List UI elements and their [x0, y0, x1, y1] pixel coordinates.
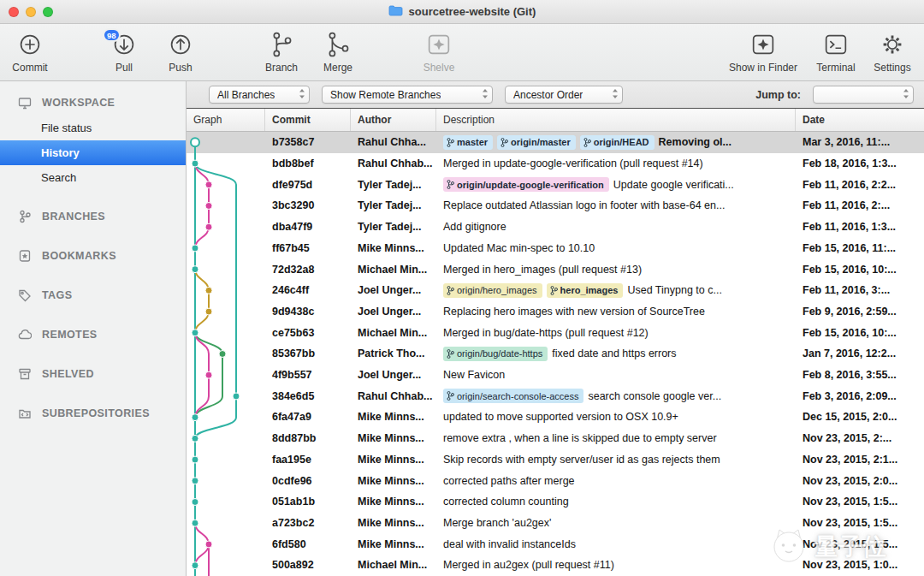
commit-label: Commit: [12, 62, 47, 74]
merge-icon: [323, 28, 352, 61]
shelve-icon: [424, 28, 453, 61]
merge-button[interactable]: Merge: [313, 28, 363, 74]
column-header-commit[interactable]: Commit: [265, 109, 351, 131]
close-button[interactable]: [9, 7, 19, 17]
file-status-label: File status: [41, 122, 92, 134]
branch-badge: hero_images: [547, 283, 624, 298]
sidebar-section-bookmarks[interactable]: BOOKMARKS: [0, 243, 186, 269]
column-header-date[interactable]: Date: [796, 109, 924, 131]
commit-row[interactable]: 051ab1bMike Minns...corrected column cou…: [187, 491, 924, 513]
graph-cell: [187, 132, 265, 153]
settings-button[interactable]: Settings: [868, 28, 917, 74]
commit-hash: 500a892: [265, 559, 351, 571]
branch-filter-dropdown[interactable]: All Branches: [209, 86, 310, 104]
column-header-description[interactable]: Description: [436, 109, 796, 131]
graph-cell: [187, 365, 265, 386]
branch-label: Branch: [265, 62, 298, 74]
commit-row[interactable]: 0cdfe96Mike Minns...corrected paths afte…: [187, 470, 924, 491]
commit-author: Mike Minns...: [351, 538, 436, 550]
sidebar: WORKSPACE File status History Search BRA…: [0, 81, 187, 576]
commit-row[interactable]: 384e6d5Rahul Chhab...origin/search-conso…: [187, 385, 924, 407]
commit-date: Nov 23, 2015, 1:0...: [796, 559, 924, 571]
remote-branches-value: Show Remote Branches: [330, 89, 441, 101]
commit-row[interactable]: 6fd580Mike Minns...deal with invalid ins…: [187, 533, 924, 555]
jump-to-dropdown[interactable]: [813, 86, 914, 104]
commit-description: Merged in hero_images (pull request #13): [436, 264, 796, 276]
commit-row[interactable]: 6fa47a9Mike Minns...updated to move supp…: [187, 407, 924, 428]
subrepositories-label: SUBREPOSITORIES: [42, 407, 150, 419]
search-label: Search: [41, 171, 76, 184]
commit-row[interactable]: 85367bbPatrick Tho...origin/bug/date-htt…: [187, 343, 924, 365]
sidebar-section-tags[interactable]: TAGS: [0, 282, 186, 308]
push-button[interactable]: Push: [156, 28, 205, 74]
sidebar-item-search[interactable]: Search: [0, 165, 186, 190]
sidebar-section-remotes[interactable]: REMOTES: [0, 322, 186, 347]
commit-row[interactable]: 246c4ffJoel Unger...origin/hero_imageshe…: [187, 280, 924, 301]
commit-row[interactable]: a723bc2Mike Minns...Merge branch 'au2gex…: [187, 513, 924, 534]
subrepositories-folder-icon: [17, 407, 32, 420]
commit-row[interactable]: ff67b45Mike Minns...Updated Mac min-spec…: [187, 238, 924, 259]
branch-badge-label: origin/HEAD: [594, 137, 649, 147]
sidebar-section-workspace[interactable]: WORKSPACE: [0, 90, 186, 116]
commit-message: Used Tinypng to c...: [627, 284, 721, 296]
commit-row[interactable]: 3bc3290Tyler Tadej...Replace outdated At…: [187, 195, 924, 217]
sidebar-item-file-status[interactable]: File status: [0, 116, 186, 140]
commit-description: origin/search-console-accesssearch conso…: [436, 389, 796, 403]
commit-button[interactable]: Commit: [5, 28, 55, 74]
commit-row[interactable]: 500a892Michael Min...Merged in au2gex (p…: [187, 555, 924, 576]
column-header-author[interactable]: Author: [351, 109, 436, 131]
commit-date: Nov 23, 2015, 2:...: [796, 432, 924, 444]
zoom-button[interactable]: [43, 7, 53, 17]
graph-cell: [187, 153, 265, 175]
graph-cell: [187, 428, 265, 449]
terminal-button[interactable]: Terminal: [811, 28, 861, 74]
shelve-button[interactable]: Shelve: [414, 28, 464, 74]
pull-button[interactable]: 98 Pull: [99, 28, 149, 74]
chevron-updown-icon: [482, 88, 489, 102]
commit-date: Feb 11, 2016, 2:2...: [796, 179, 924, 191]
commit-row[interactable]: b7358c7Rahul Chha...masterorigin/mastero…: [187, 132, 924, 153]
branch-badge: origin/HEAD: [580, 135, 654, 150]
bookmarks-icon: [17, 249, 32, 263]
commit-row[interactable]: 9d9438cJoel Unger...Replacing hero image…: [187, 301, 924, 323]
commit-date: Mar 3, 2016, 11:...: [796, 136, 924, 148]
commit-hash: 3bc3290: [265, 199, 351, 211]
commit-date: Nov 23, 2015, 1:5...: [796, 496, 924, 508]
commit-row[interactable]: ce75b63Michael Min...Merged in bug/date-…: [187, 322, 924, 343]
minimize-button[interactable]: [26, 7, 36, 17]
window-title-text: sourcetree-website (Git): [409, 5, 536, 18]
commit-row[interactable]: 72d32a8Michael Min...Merged in hero_imag…: [187, 258, 924, 280]
commit-date: Feb 3, 2016, 2:09...: [796, 390, 924, 402]
commit-row[interactable]: dfe975dTyler Tadej...origin/update-googl…: [187, 174, 924, 195]
commit-date: Jan 7, 2016, 12:2...: [796, 347, 924, 359]
commit-row[interactable]: faa195eMike Minns...Skip records with em…: [187, 449, 924, 471]
commit-row[interactable]: 8dd87bbMike Minns...remove extra , when …: [187, 428, 924, 449]
branch-badge-label: hero_images: [560, 285, 619, 295]
commit-message: Merged in bug/date-https (pull request #…: [443, 327, 649, 339]
commit-message: Merge branch 'au2gex': [443, 517, 551, 529]
commit-message: fixed date and https errors: [552, 347, 676, 359]
sidebar-item-history[interactable]: History: [0, 140, 186, 165]
branch-button[interactable]: Branch: [257, 28, 306, 74]
commit-message: Merged in au2gex (pull request #11): [443, 559, 614, 571]
column-header-graph[interactable]: Graph: [187, 109, 265, 131]
sidebar-section-subrepositories[interactable]: SUBREPOSITORIES: [0, 401, 186, 426]
commit-hash: dfe975d: [265, 179, 351, 191]
commit-row[interactable]: bdb8befRahul Chhab...Merged in update-go…: [187, 153, 924, 175]
commit-date: Feb 8, 2016, 3:55...: [796, 369, 924, 381]
sidebar-section-shelved[interactable]: SHELVED: [0, 361, 186, 387]
commit-date: Nov 23, 2015, 1:5...: [796, 517, 924, 529]
commit-row[interactable]: dba47f9Tyler Tadej...Add gitignoreFeb 11…: [187, 217, 924, 238]
order-dropdown[interactable]: Ancestor Order: [505, 86, 623, 104]
commit-hash: faa195e: [265, 454, 351, 466]
commit-author: Mike Minns...: [351, 432, 436, 444]
settings-label: Settings: [874, 62, 910, 74]
commit-message: Removing ol...: [659, 136, 732, 148]
push-label: Push: [169, 62, 192, 74]
remote-branches-dropdown[interactable]: Show Remote Branches: [322, 86, 493, 104]
branch-badge-label: origin/search-console-access: [457, 391, 578, 401]
commit-row[interactable]: 4f9b557Joel Unger...New FaviconFeb 8, 20…: [187, 365, 924, 386]
show-in-finder-button[interactable]: Show in Finder: [729, 28, 797, 74]
sidebar-section-branches[interactable]: BRANCHES: [0, 204, 186, 229]
commit-author: Joel Unger...: [351, 306, 436, 318]
